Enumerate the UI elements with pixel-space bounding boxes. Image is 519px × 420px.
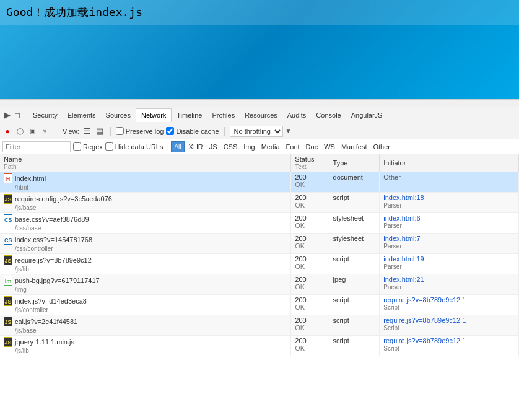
cell-status: 200 OK: [291, 315, 329, 336]
cell-initiator: index.html:18 Parser: [380, 193, 519, 213]
initiator-link[interactable]: index.html:19: [383, 255, 424, 263]
filter-js[interactable]: JS: [207, 143, 219, 151]
tab-sources[interactable]: Sources: [101, 109, 136, 121]
table-row[interactable]: JS jquery-1.11.1.min.js /js/lib 200 OK s…: [0, 336, 519, 356]
table-row[interactable]: CS index.css?v=1454781768 /css/controlle…: [0, 234, 519, 254]
file-path: /css/controller: [15, 245, 53, 252]
filter-input[interactable]: [2, 141, 71, 152]
cell-status: 200 OK: [291, 172, 329, 193]
hide-data-urls-checkbox[interactable]: [105, 142, 113, 151]
filter-font[interactable]: Font: [284, 143, 302, 151]
col-header-name[interactable]: Name Path: [0, 154, 291, 172]
disable-cache-label: Disable cache: [176, 128, 219, 135]
file-path: /html: [15, 184, 28, 191]
list-view-button[interactable]: ☰: [82, 126, 93, 136]
table-row[interactable]: H index.html /html 200 OK documentOther: [0, 172, 519, 193]
record-button[interactable]: ●: [2, 126, 12, 136]
tab-elements[interactable]: Elements: [63, 109, 101, 121]
preserve-log-checkbox-label[interactable]: Preserve log: [116, 127, 164, 135]
filter-doc[interactable]: Doc: [304, 143, 320, 151]
preserve-log-label: Preserve log: [126, 128, 164, 135]
file-path: /js/base: [15, 204, 36, 211]
filter-media[interactable]: Media: [260, 143, 282, 151]
initiator-link[interactable]: require.js?v=8b789e9c12:1: [383, 296, 466, 304]
cell-name: CS base.css?v=aef3876d89 /css/base: [0, 213, 291, 234]
status-code: 200: [295, 235, 306, 242]
hide-data-urls-checkbox-label[interactable]: Hide data URLs: [105, 142, 164, 151]
file-icon: H: [4, 173, 12, 183]
col-header-type[interactable]: Type: [329, 154, 380, 172]
network-table-body: H index.html /html 200 OK documentOther …: [0, 172, 519, 356]
camera-button[interactable]: ▣: [27, 126, 37, 136]
initiator-link[interactable]: index.html:6: [383, 214, 420, 222]
file-name: index.js?v=d14ed3eca8: [15, 297, 87, 305]
status-text: OK: [295, 304, 305, 311]
cell-type: script: [329, 295, 380, 315]
preview-text: Good！成功加载index.js: [0, 0, 519, 25]
disable-cache-checkbox[interactable]: [166, 127, 174, 135]
resource-type: stylesheet: [333, 214, 364, 222]
filter-xhr[interactable]: XHR: [187, 143, 205, 151]
status-text: OK: [295, 344, 305, 352]
col-header-initiator[interactable]: Initiator: [380, 154, 519, 172]
throttle-select[interactable]: No throttling: [230, 126, 283, 137]
table-row[interactable]: CS base.css?v=aef3876d89 /css/base 200 O…: [0, 213, 519, 234]
horizontal-scrollbar[interactable]: [0, 99, 519, 107]
table-row[interactable]: JS require-config.js?v=3c5aeda076 /js/ba…: [0, 193, 519, 213]
filter-all-button[interactable]: All: [171, 141, 184, 152]
inspect-icon[interactable]: ▶: [2, 110, 12, 120]
cell-type: script: [329, 254, 380, 274]
tab-console[interactable]: Console: [311, 109, 346, 121]
cell-name: JS require-config.js?v=3c5aeda076 /js/ba…: [0, 193, 291, 213]
filter-css[interactable]: CSS: [222, 143, 240, 151]
regex-checkbox-label[interactable]: Regex: [73, 142, 103, 151]
tab-audits[interactable]: Audits: [282, 109, 312, 121]
table-row[interactable]: JS index.js?v=d14ed3eca8 /js/controller …: [0, 295, 519, 315]
status-text: OK: [295, 242, 305, 250]
filter-ws[interactable]: WS: [322, 143, 337, 151]
initiator-link[interactable]: index.html:18: [383, 194, 424, 201]
filter-button[interactable]: ▿: [40, 126, 50, 136]
initiator-sub: Parser: [383, 202, 401, 209]
initiator-sub: Script: [383, 325, 399, 331]
col-header-status[interactable]: Status Text: [291, 154, 329, 172]
table-row[interactable]: JS require.js?v=8b789e9c12 /js/lib 200 O…: [0, 254, 519, 274]
network-table: Name Path Status Text Type Initiator: [0, 154, 519, 356]
tab-security[interactable]: Security: [28, 109, 63, 121]
tab-profiles[interactable]: Profiles: [207, 109, 240, 121]
tab-network[interactable]: Network: [136, 108, 172, 122]
disable-cache-checkbox-label[interactable]: Disable cache: [166, 127, 219, 135]
tab-resources[interactable]: Resources: [240, 109, 282, 121]
table-row[interactable]: JS cal.js?v=2e41f44581 /js/base 200 OK s…: [0, 315, 519, 336]
initiator-link[interactable]: index.html:21: [383, 276, 424, 283]
grid-view-button[interactable]: ▤: [94, 126, 105, 136]
tab-angularjs[interactable]: AngularJS: [346, 109, 388, 121]
throttle-dropdown-icon[interactable]: ▼: [286, 128, 292, 134]
file-name: base.css?v=aef3876d89: [15, 216, 89, 223]
table-row[interactable]: Im push-bg.jpg?v=6179117417 /img 200 OK …: [0, 274, 519, 295]
cell-status: 200 OK: [291, 295, 329, 315]
resource-type: stylesheet: [333, 235, 364, 242]
initiator-link[interactable]: require.js?v=8b789e9c12:1: [383, 337, 466, 344]
file-path: /css/base: [15, 225, 41, 232]
view-label: View:: [63, 128, 79, 135]
network-table-container[interactable]: Name Path Status Text Type Initiator: [0, 154, 519, 365]
initiator-link[interactable]: index.html:7: [383, 235, 420, 242]
initiator-sub: Parser: [383, 243, 401, 250]
filter-img[interactable]: Img: [242, 143, 256, 151]
device-icon[interactable]: ◻: [12, 110, 22, 120]
file-icon: CS: [4, 235, 12, 245]
file-path: /js/controller: [15, 307, 48, 313]
file-icon: JS: [4, 317, 12, 326]
cell-status: 200 OK: [291, 193, 329, 213]
regex-checkbox[interactable]: [73, 142, 81, 151]
clear-button[interactable]: ◯: [15, 126, 25, 136]
preserve-log-checkbox[interactable]: [116, 127, 124, 135]
initiator-link[interactable]: require.js?v=8b789e9c12:1: [383, 317, 466, 324]
filter-other[interactable]: Other: [371, 143, 392, 151]
file-icon: JS: [4, 296, 12, 306]
cell-type: stylesheet: [329, 234, 380, 254]
filter-manifest[interactable]: Manifest: [339, 143, 369, 151]
tab-timeline[interactable]: Timeline: [172, 109, 207, 121]
cell-name: JS require.js?v=8b789e9c12 /js/lib: [0, 254, 291, 274]
